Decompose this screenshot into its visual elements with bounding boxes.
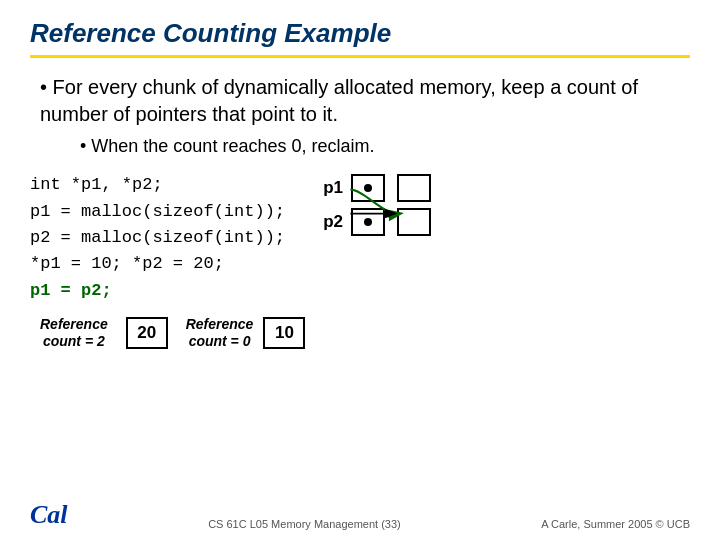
mem-box-2 [397,208,431,236]
code-block: int *p1, *p2; p1 = malloc(sizeof(int)); … [30,172,285,304]
p2-box [351,208,385,236]
footer-right-text: A Carle, Summer 2005 © UCB [541,518,690,530]
diagram-area: p1 p2 [315,174,431,236]
sub-bullet: • When the count reaches 0, reclaim. [80,134,690,158]
p2-dot [364,218,372,226]
ref-count-2-section: Referencecount = 2 [40,316,108,350]
p1-label: p1 [315,178,343,198]
ptr-row-p1: p1 [315,174,431,202]
code-line-1: int *p1, *p2; [30,172,285,198]
code-line-2: p1 = malloc(sizeof(int)); [30,199,285,225]
slide: Reference Counting Example • For every c… [0,0,720,540]
slide-title: Reference Counting Example [30,18,391,49]
p1-dot [364,184,372,192]
footer: Cal CS 61C L05 Memory Management (33) A … [30,500,690,530]
mem-box-1 [397,174,431,202]
code-line-5: p1 = p2; [30,278,285,304]
main-bullet: • For every chunk of dynamically allocat… [30,74,690,128]
p2-label: p2 [315,212,343,232]
value-box-20: 20 [126,317,168,349]
ref-count-0-label: Referencecount = 0 [186,316,254,350]
p1-box [351,174,385,202]
ref-count-2-label: Referencecount = 2 [40,316,108,350]
code-line-4: *p1 = 10; *p2 = 20; [30,251,285,277]
ptr-row-p2: p2 [315,208,431,236]
cal-logo: Cal [30,500,68,530]
content-area: int *p1, *p2; p1 = malloc(sizeof(int)); … [30,172,690,304]
footer-center-text: CS 61C L05 Memory Management (33) [208,518,401,530]
value-box-10: 10 [263,317,305,349]
title-bar: Reference Counting Example [30,18,690,49]
gold-divider [30,55,690,58]
code-line-3: p2 = malloc(sizeof(int)); [30,225,285,251]
bottom-refs: Referencecount = 2 20 Referencecount = 0… [30,316,690,350]
ref-count-0-section: Referencecount = 0 [186,316,254,350]
